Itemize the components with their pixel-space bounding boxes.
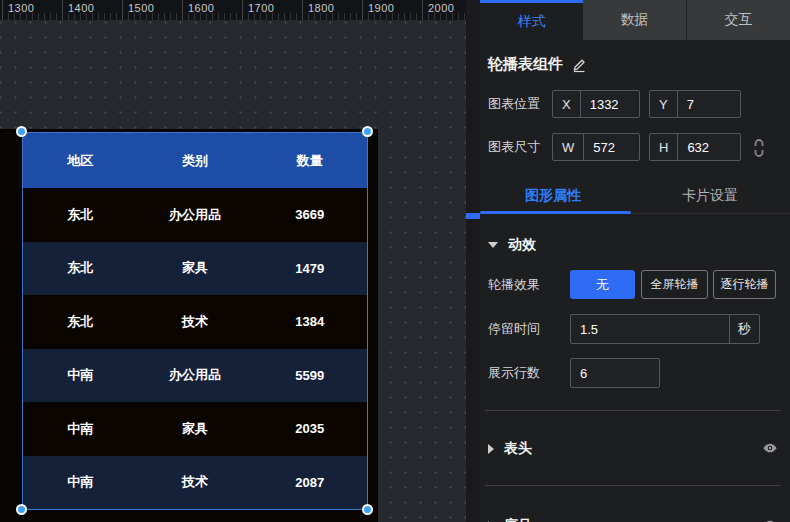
carousel-table-component[interactable]: 地区 类别 数量 东北 办公用品 3669 东北 家具 1479 东北 技术 1… <box>22 132 368 510</box>
serial-number-section[interactable]: 序号 <box>488 517 532 522</box>
horizontal-ruler: 1300 1400 1500 1600 1700 1800 1900 2000 <box>0 0 466 20</box>
table-cell: 办公用品 <box>138 206 253 224</box>
app-window: 1300 1400 1500 1600 1700 1800 1900 2000 … <box>0 0 790 522</box>
table-cell: 1479 <box>252 261 367 276</box>
section-divider <box>485 410 781 411</box>
table-cell: 东北 <box>23 259 138 277</box>
table-row: 中南 技术 2087 <box>23 456 367 510</box>
ruler-tick-label: 1500 <box>128 2 154 14</box>
resize-handle-top-right[interactable] <box>362 126 373 137</box>
h-prefix-label: H <box>650 134 678 160</box>
size-label: 图表尺寸 <box>488 138 540 156</box>
table-cell: 2035 <box>252 421 367 436</box>
table-cell: 5599 <box>252 368 367 383</box>
link-ratio-icon[interactable] <box>750 137 768 159</box>
table-cell: 技术 <box>138 473 253 491</box>
settings-panel: 样式 数据 交互 轮播表组件 图表位置 X 1332 Y 7 图表尺寸 <box>480 0 790 522</box>
table-cell: 中南 <box>23 366 138 384</box>
visibility-eye-icon[interactable] <box>762 440 778 456</box>
property-subtabs: 图形属性 卡片设置 <box>480 185 790 213</box>
display-rows-value[interactable]: 6 <box>571 366 659 381</box>
subtab-graphic-properties[interactable]: 图形属性 <box>525 187 581 205</box>
serial-number-section-title: 序号 <box>504 517 532 522</box>
table-cell: 1384 <box>252 314 367 329</box>
position-x-input[interactable]: X 1332 <box>552 90 640 118</box>
table-cell: 东北 <box>23 313 138 331</box>
table-cell: 中南 <box>23 473 138 491</box>
h-value[interactable]: 632 <box>678 140 740 155</box>
table-header-section[interactable]: 表头 <box>488 440 532 458</box>
tab-style[interactable]: 样式 <box>480 0 583 40</box>
dwell-time-value[interactable]: 1.5 <box>571 322 729 337</box>
resize-handle-bottom-left[interactable] <box>16 504 27 515</box>
position-label: 图表位置 <box>488 95 540 113</box>
panel-tab-bar: 样式 数据 交互 <box>480 0 790 40</box>
subtab-active-indicator <box>480 211 631 214</box>
dwell-time-input[interactable]: 1.5 秒 <box>570 314 760 344</box>
ruler-tick-label: 1900 <box>368 2 394 14</box>
table-column-header: 地区 <box>23 152 138 170</box>
table-row: 中南 办公用品 5599 <box>23 349 367 403</box>
table-header-row: 地区 类别 数量 <box>23 133 367 188</box>
w-prefix-label: W <box>553 134 584 160</box>
design-canvas[interactable]: 1300 1400 1500 1600 1700 1800 1900 2000 … <box>0 0 466 522</box>
display-rows-label: 展示行数 <box>488 364 540 382</box>
canvas-scrollbar[interactable] <box>466 0 480 522</box>
resize-handle-bottom-right[interactable] <box>362 504 373 515</box>
tab-interaction[interactable]: 交互 <box>687 0 790 40</box>
dwell-time-label: 停留时间 <box>488 320 540 338</box>
carousel-option-fullscreen[interactable]: 全屏轮播 <box>641 270 708 299</box>
subtab-card-settings[interactable]: 卡片设置 <box>682 187 738 205</box>
carousel-option-none[interactable]: 无 <box>570 270 635 299</box>
table-column-header: 数量 <box>252 152 367 170</box>
scrollbar-thumb[interactable] <box>466 213 480 219</box>
carousel-effect-label: 轮播效果 <box>488 276 540 294</box>
ruler-tick-label: 1800 <box>308 2 334 14</box>
table-cell: 家具 <box>138 420 253 438</box>
dwell-time-unit: 秒 <box>729 315 759 343</box>
table-row: 中南 家具 2035 <box>23 402 367 456</box>
size-h-input[interactable]: H 632 <box>649 133 741 161</box>
ruler-tick-label: 2000 <box>428 2 454 14</box>
display-rows-input[interactable]: 6 <box>570 358 660 388</box>
x-prefix-label: X <box>553 91 581 117</box>
x-value[interactable]: 1332 <box>581 97 639 112</box>
tab-data[interactable]: 数据 <box>583 0 687 40</box>
table-row: 东北 技术 1384 <box>23 295 367 349</box>
table-header-section-title: 表头 <box>504 440 532 458</box>
animation-section-title: 动效 <box>508 236 536 254</box>
expand-arrow-icon[interactable] <box>488 444 494 454</box>
table-cell: 3669 <box>252 207 367 222</box>
carousel-option-by-row[interactable]: 逐行轮播 <box>713 270 776 299</box>
animation-section-header[interactable]: 动效 <box>488 236 536 254</box>
table-row: 东北 家具 1479 <box>23 242 367 296</box>
collapse-arrow-icon[interactable] <box>488 242 498 248</box>
position-y-input[interactable]: Y 7 <box>649 90 741 118</box>
table-cell: 办公用品 <box>138 366 253 384</box>
ruler-tick-label: 1300 <box>8 2 34 14</box>
table-row: 东北 办公用品 3669 <box>23 188 367 242</box>
table-cell: 家具 <box>138 259 253 277</box>
resize-handle-top-left[interactable] <box>16 126 27 137</box>
ruler-tick-label: 1400 <box>68 2 94 14</box>
edit-icon[interactable] <box>571 57 587 73</box>
table-cell: 中南 <box>23 420 138 438</box>
ruler-tick-label: 1700 <box>248 2 274 14</box>
ruler-tick-label: 1600 <box>188 2 214 14</box>
visibility-eye-icon[interactable] <box>762 517 778 522</box>
y-value[interactable]: 7 <box>678 97 740 112</box>
y-prefix-label: Y <box>650 91 678 117</box>
table-cell: 技术 <box>138 313 253 331</box>
section-divider <box>485 485 781 486</box>
component-title: 轮播表组件 <box>488 55 563 74</box>
size-w-input[interactable]: W 572 <box>552 133 640 161</box>
table-column-header: 类别 <box>138 152 253 170</box>
table-cell: 东北 <box>23 206 138 224</box>
w-value[interactable]: 572 <box>584 140 639 155</box>
table-cell: 2087 <box>252 475 367 490</box>
